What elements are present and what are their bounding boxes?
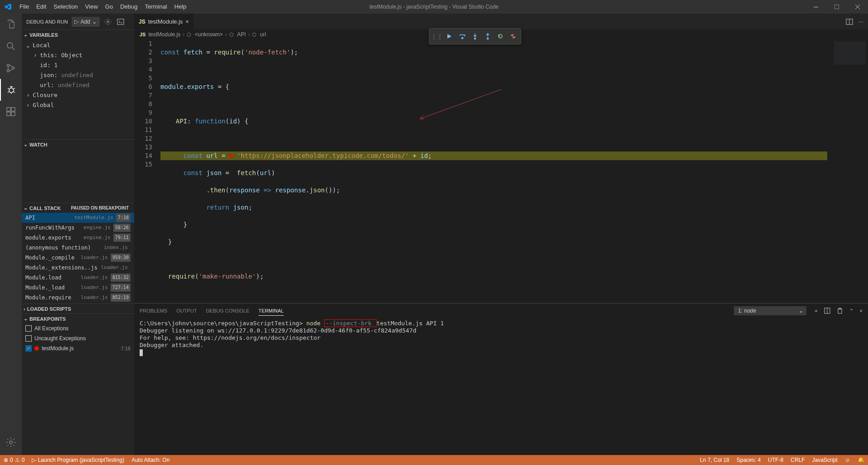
scm-icon[interactable] (0, 57, 22, 79)
tab-debug-console[interactable]: DEBUG CONSOLE (206, 306, 249, 315)
settings-gear-icon[interactable] (0, 431, 22, 453)
minimap[interactable] (827, 39, 868, 303)
status-language[interactable]: JavaScript (809, 457, 841, 463)
debug-console-icon[interactable] (116, 17, 125, 26)
method-icon: ⬡ (252, 32, 257, 38)
status-spaces[interactable]: Spaces: 4 (733, 457, 764, 463)
watch-body (22, 149, 134, 203)
stack-frame[interactable]: Module.requireloader.js852:19 (22, 293, 134, 303)
tab-output[interactable]: OUTPUT (176, 306, 197, 315)
bc-unknown[interactable]: <unknown> (195, 31, 223, 38)
step-into-button[interactable] (469, 30, 481, 42)
status-auto-attach[interactable]: Auto Attach: On (128, 455, 173, 465)
stack-frame[interactable]: Module._loadloader.js727:14 (22, 283, 134, 293)
titlebar: File Edit Selection View Go Debug Termin… (0, 0, 868, 14)
var-id[interactable]: id: 1 (22, 60, 134, 70)
var-url[interactable]: url: undefined (22, 80, 134, 90)
tab-terminal[interactable]: TERMINAL (258, 306, 284, 316)
minimize-button[interactable] (805, 0, 826, 14)
status-launch[interactable]: ▷Launch Program (javaScriptTesting) (28, 455, 128, 465)
explorer-icon[interactable] (0, 14, 22, 35)
scope-local[interactable]: ⌄Local (22, 40, 134, 50)
close-panel-icon[interactable]: × (860, 308, 863, 313)
close-icon[interactable]: × (185, 18, 189, 25)
terminal-output[interactable]: C:\Users\johnv\source\repos\javaScriptTe… (134, 318, 868, 455)
debug-icon[interactable] (0, 79, 22, 101)
tab-testmodule[interactable]: JS testModule.js × (134, 14, 194, 29)
bp-uncaught-exceptions[interactable]: Uncaught Exceptions (22, 333, 134, 343)
checkbox-icon[interactable] (25, 335, 32, 342)
tab-problems[interactable]: PROBLEMS (140, 306, 167, 315)
var-json[interactable]: json: undefined (22, 70, 134, 80)
gear-icon[interactable] (103, 17, 112, 26)
menu-go[interactable]: Go (102, 0, 116, 14)
status-errors[interactable]: ⊗0⚠0 (0, 455, 28, 465)
bottom-panel: PROBLEMS OUTPUT DEBUG CONSOLE TERMINAL 1… (134, 303, 868, 455)
status-eol[interactable]: CRLF (787, 457, 808, 463)
stack-frame[interactable]: Module.loadloader.js815:32 (22, 273, 134, 283)
bc-api[interactable]: API (237, 31, 246, 38)
code-content[interactable]: const fetch = require('node-fetch'); mod… (160, 39, 827, 303)
stack-frame[interactable]: Module._extensions..jsloader.js (22, 263, 134, 273)
loaded-scripts-header[interactable]: ›LOADED SCRIPTS (22, 303, 134, 313)
new-terminal-icon[interactable]: + (815, 308, 817, 313)
scope-global[interactable]: ›Global (22, 100, 134, 110)
search-icon[interactable] (0, 35, 22, 57)
svg-rect-8 (7, 112, 10, 116)
debug-toolbar[interactable]: ⋮⋮ (429, 28, 521, 44)
bp-all-exceptions[interactable]: All Exceptions (22, 323, 134, 333)
menu-help[interactable]: Help (171, 0, 190, 14)
status-bell-icon[interactable]: 🔔 (854, 457, 868, 463)
menu-edit[interactable]: Edit (33, 0, 50, 14)
menu-view[interactable]: View (82, 0, 102, 14)
scope-closure[interactable]: ›Closure (22, 90, 134, 100)
menu-selection[interactable]: Selection (50, 0, 81, 14)
checkbox-icon[interactable]: ✓ (25, 345, 32, 352)
bc-url[interactable]: url (260, 31, 266, 38)
line-13: 13 (134, 143, 152, 152)
variables-section-header[interactable]: ⌄VARIABLES (22, 29, 134, 39)
status-encoding[interactable]: UTF-8 (764, 457, 787, 463)
line-6: 6 (134, 83, 152, 91)
var-this[interactable]: ›this: Object (22, 50, 134, 60)
stack-frame[interactable]: (anonymous function)index.js (22, 243, 134, 253)
svg-rect-0 (814, 7, 818, 7)
close-button[interactable] (847, 0, 868, 14)
debug-config-selector[interactable]: ▷ Add ⌄ (72, 17, 100, 27)
line-gutter: 1 2 3 4 5 6 ▷7 8 9 10 11 12 13 14 15 (134, 39, 160, 303)
checkbox-icon[interactable] (25, 325, 32, 332)
terminal-selector[interactable]: 1: node⌄ (734, 306, 806, 315)
menu-terminal[interactable]: Terminal (141, 0, 170, 14)
maximize-button[interactable] (826, 0, 847, 14)
menu-file[interactable]: File (16, 0, 33, 14)
svg-rect-9 (11, 112, 15, 116)
menu-debug[interactable]: Debug (116, 0, 141, 14)
status-feedback-icon[interactable]: ☺ (841, 457, 854, 463)
breakpoints-header[interactable]: ⌄BREAKPOINTS (22, 313, 134, 323)
bc-file[interactable]: testModule.js (148, 31, 180, 38)
callstack-section-header[interactable]: ⌄CALL STACKPAUSED ON BREAKPOINT (22, 203, 134, 213)
continue-button[interactable] (444, 30, 456, 42)
svg-rect-13 (117, 19, 124, 24)
breakpoints-body: All Exceptions Uncaught Exceptions ✓test… (22, 323, 134, 353)
split-terminal-icon[interactable] (824, 308, 830, 314)
bp-file[interactable]: ✓testModule.js7:18 (22, 343, 134, 353)
watch-section-header[interactable]: ⌄WATCH (22, 139, 134, 149)
step-over-button[interactable] (456, 30, 468, 42)
drag-handle-icon[interactable]: ⋮⋮ (431, 30, 443, 42)
stack-frame[interactable]: module.exportsengine.js79:11 (22, 233, 134, 243)
svg-rect-1 (834, 5, 839, 9)
more-icon[interactable]: ··· (858, 18, 863, 25)
split-editor-icon[interactable] (846, 18, 853, 25)
extensions-icon[interactable] (0, 101, 22, 122)
disconnect-button[interactable] (507, 30, 519, 42)
step-out-button[interactable] (482, 30, 494, 42)
editor-body[interactable]: 1 2 3 4 5 6 ▷7 8 9 10 11 12 13 14 15 con… (134, 39, 868, 303)
stack-frame[interactable]: Module._compileloader.js959:30 (22, 253, 134, 263)
kill-terminal-icon[interactable] (837, 308, 843, 314)
maximize-panel-icon[interactable]: ⌃ (849, 308, 853, 314)
stack-frame[interactable]: APItestModule.js7:18 (22, 213, 134, 223)
restart-button[interactable] (495, 30, 506, 42)
stack-frame[interactable]: runFuncWithArgsengine.js58:26 (22, 223, 134, 233)
status-cursor[interactable]: Ln 7, Col 18 (696, 457, 733, 463)
